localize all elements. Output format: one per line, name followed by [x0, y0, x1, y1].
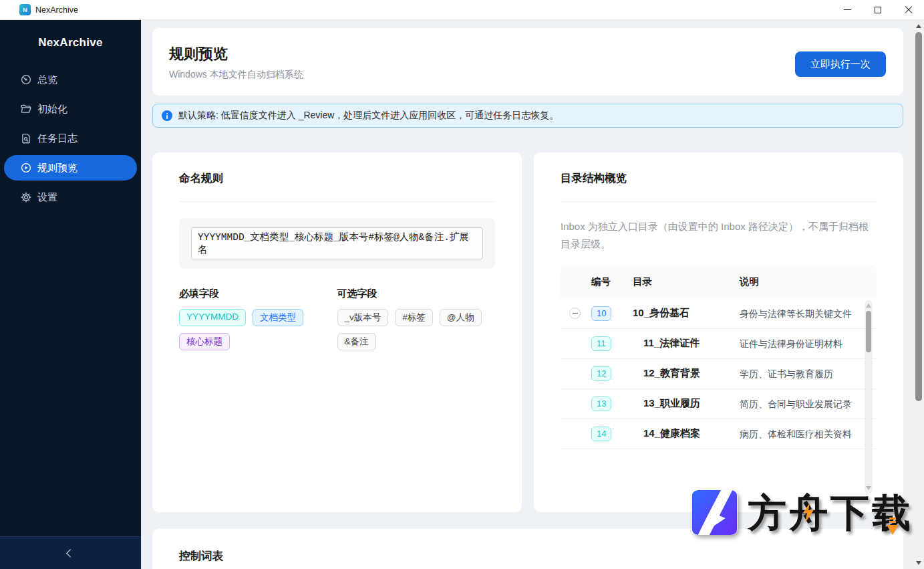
- optional-fields-label: 可选字段: [337, 288, 496, 300]
- number-badge: 12: [591, 366, 611, 381]
- table-row: 12 12_教育背景 学历、证书与教育履历: [561, 359, 877, 389]
- number-badge: 10: [591, 306, 611, 321]
- col-directory: 目录: [633, 275, 740, 288]
- table-scrollbar-thumb[interactable]: [866, 311, 871, 352]
- directory-name: 11_法律证件: [633, 337, 740, 350]
- directory-name: 12_教育背景: [633, 367, 740, 380]
- close-icon: [905, 6, 913, 14]
- inbox-note: Inbox 为独立入口目录（由设置中的 Inbox 路径决定），不属于归档根目录…: [561, 218, 877, 253]
- directory-table: 编号 目录 说明 10 10_身份基石 身份与法律等长期关键文件 11 11_法…: [561, 265, 877, 495]
- divider: [561, 201, 877, 202]
- sidebar-nav: 总览 初始化 任务日志 规则预览 设置: [0, 67, 141, 210]
- sidebar: NexArchive 总览 初始化 任务日志 规则预览: [0, 20, 141, 569]
- log-file-icon: [20, 132, 32, 144]
- required-fields-group: 必填字段 YYYYMMDD 文档类型 核心标题: [179, 288, 337, 350]
- vocab-card-title: 控制词表: [179, 549, 877, 564]
- optional-fields-group: 可选字段 _v版本号 #标签 @人物 &备注: [337, 288, 496, 350]
- info-icon: [162, 110, 172, 121]
- directory-name: 13_职业履历: [633, 397, 740, 410]
- table-scrollbar[interactable]: [865, 300, 873, 493]
- table-row: 10 10_身份基石 身份与法律等长期关键文件: [561, 299, 877, 329]
- pattern-box: YYYYMMDD_文档类型_核心标题_版本号#标签@人物&备注.扩展名: [179, 218, 495, 269]
- page-header-card: 规则预览 Windows 本地文件自动归档系统 立即执行一次: [152, 28, 903, 96]
- tag-yyyymmdd: YYYYMMDD: [179, 309, 246, 326]
- table-row: 14 14_健康档案 病历、体检和医疗相关资料: [561, 419, 877, 449]
- main-content: 规则预览 Windows 本地文件自动归档系统 立即执行一次 默认策略: 低置信…: [141, 20, 913, 569]
- lightning-bolt-icon: [801, 503, 816, 523]
- play-circle-icon: [20, 162, 32, 174]
- gear-icon: [20, 191, 32, 203]
- directory-description: 学历、证书与教育履历: [740, 366, 861, 381]
- directory-description: 身份与法律等长期关键文件: [740, 306, 861, 321]
- directory-description: 简历、合同与职业发展记录: [740, 396, 861, 411]
- run-once-button[interactable]: 立即执行一次: [795, 51, 886, 77]
- maximize-button[interactable]: [863, 0, 893, 19]
- maximize-icon: [875, 7, 881, 13]
- number-badge: 14: [591, 427, 611, 441]
- naming-card-title: 命名规则: [179, 171, 495, 186]
- window-title: NexArchive: [35, 5, 78, 15]
- tag-person: @人物: [440, 309, 482, 326]
- scroll-down-arrow[interactable]: [916, 561, 921, 565]
- divider: [179, 201, 495, 202]
- sidebar-item-rule-preview[interactable]: 规则预览: [4, 155, 137, 181]
- table-header-row: 编号 目录 说明: [561, 265, 877, 299]
- number-badge: 13: [591, 396, 611, 411]
- col-description: 说明: [740, 275, 861, 288]
- sidebar-item-label: 初始化: [37, 103, 67, 116]
- directory-name: 14_健康档案: [633, 427, 740, 440]
- filename-pattern: YYYYMMDD_文档类型_核心标题_版本号#标签@人物&备注.扩展名: [191, 227, 483, 259]
- col-number: 编号: [591, 275, 633, 288]
- sidebar-item-task-log[interactable]: 任务日志: [4, 126, 137, 151]
- watermark-logo-icon: [691, 490, 738, 535]
- tag-hashtag: #标签: [395, 309, 433, 326]
- watermark-text-wrap: 方舟下载: [748, 493, 913, 532]
- table-body: 10 10_身份基石 身份与法律等长期关键文件 11 11_法律证件 证件与法律…: [561, 299, 877, 495]
- naming-rules-card: 命名规则 YYYYMMDD_文档类型_核心标题_版本号#标签@人物&备注.扩展名…: [152, 152, 522, 512]
- sidebar-item-initialize[interactable]: 初始化: [4, 96, 137, 122]
- chevron-left-icon: [66, 549, 75, 558]
- directory-name: 10_身份基石: [633, 307, 740, 320]
- tag-doc-type: 文档类型: [253, 309, 303, 326]
- collapse-sidebar-button[interactable]: [0, 536, 141, 569]
- scroll-up-arrow[interactable]: [866, 304, 871, 308]
- dashboard-icon: [20, 74, 32, 86]
- sidebar-item-label: 任务日志: [37, 132, 78, 145]
- main-scrollbar[interactable]: [913, 20, 924, 569]
- tag-remark: &备注: [337, 333, 376, 350]
- sidebar-item-label: 总览: [37, 74, 57, 86]
- download-arrow-icon: [885, 518, 900, 536]
- scroll-down-arrow[interactable]: [866, 486, 871, 490]
- app-icon: N: [19, 4, 31, 15]
- tag-core-title: 核心标题: [179, 333, 230, 350]
- main-scrollbar-thumb[interactable]: [915, 32, 922, 401]
- control-vocabulary-card: 控制词表: [152, 529, 903, 569]
- required-fields-label: 必填字段: [179, 288, 337, 300]
- titlebar: N NexArchive: [0, 0, 924, 20]
- watermark: 方舟下载: [691, 490, 913, 535]
- banner-text: 默认策略: 低置信度文件进入 _Review，处理后文件进入应用回收区，可通过任…: [178, 110, 559, 122]
- number-badge: 11: [591, 336, 611, 351]
- default-policy-banner: 默认策略: 低置信度文件进入 _Review，处理后文件进入应用回收区，可通过任…: [152, 104, 903, 128]
- page-title: 规则预览: [169, 44, 903, 64]
- directory-structure-card: 目录结构概览 Inbox 为独立入口目录（由设置中的 Inbox 路径决定），不…: [534, 152, 903, 512]
- directory-description: 证件与法律身份证明材料: [740, 336, 861, 351]
- close-button[interactable]: [893, 0, 924, 19]
- brand-logo: NexArchive: [0, 20, 141, 49]
- directory-description: 病历、体检和医疗相关资料: [740, 427, 861, 441]
- collapse-row-button[interactable]: [569, 308, 581, 319]
- sidebar-item-overview[interactable]: 总览: [4, 67, 137, 92]
- directory-card-title: 目录结构概览: [561, 171, 877, 186]
- folder-open-icon: [20, 103, 32, 115]
- page-subtitle: Windows 本地文件自动归档系统: [169, 69, 903, 81]
- sidebar-item-settings[interactable]: 设置: [4, 185, 137, 210]
- minimize-button[interactable]: [832, 0, 863, 19]
- minimize-icon: [844, 9, 851, 10]
- sidebar-item-label: 设置: [37, 191, 57, 204]
- table-row: 11 11_法律证件 证件与法律身份证明材料: [561, 329, 877, 359]
- sidebar-item-label: 规则预览: [37, 162, 78, 175]
- table-row: 13 13_职业履历 简历、合同与职业发展记录: [561, 389, 877, 419]
- tag-version: _v版本号: [337, 309, 389, 326]
- scroll-up-arrow[interactable]: [916, 24, 921, 28]
